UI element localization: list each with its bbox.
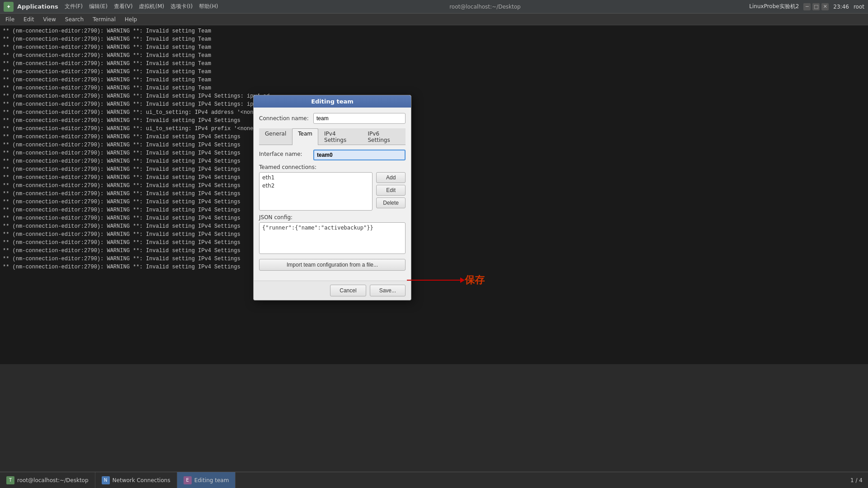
app-icon: ✦ — [4, 2, 14, 12]
term-line-14: ** (nm-connection-editor:2790): WARNING … — [3, 133, 865, 141]
save-button[interactable]: Save... — [370, 285, 406, 296]
topbar-menu: 文件(F) 编辑(E) 查看(V) 虚拟机(M) 选项卡(I) 帮助(H) — [62, 2, 221, 11]
add-button[interactable]: Add — [376, 172, 406, 183]
taskbar: T root@localhost:~/Desktop N Network Con… — [0, 472, 868, 488]
menu-tabs[interactable]: 选项卡(I) — [168, 2, 195, 11]
center-text: root@localhost:~/Desktop — [449, 4, 521, 10]
term-line-18: ** (nm-connection-editor:2790): WARNING … — [3, 165, 865, 174]
taskbar-network[interactable]: N Network Connections — [95, 472, 177, 488]
dialog-tabs: General Team IPv4 Settings IPv6 Settings — [259, 128, 406, 145]
term-line-12: ** (nm-connection-editor:2790): WARNING … — [3, 117, 865, 125]
term-line-25: ** (nm-connection-editor:2790): WARNING … — [3, 222, 865, 230]
term-line-2: ** (nm-connection-editor:2790): WARNING … — [3, 35, 865, 43]
taskbar-terminal-label: root@localhost:~/Desktop — [17, 477, 89, 483]
term-line-8: ** (nm-connection-editor:2790): WARNING … — [3, 84, 865, 92]
interface-name-row: Interface name: — [259, 150, 406, 160]
term-line-4: ** (nm-connection-editor:2790): WARNING … — [3, 52, 865, 60]
interface-name-input[interactable] — [313, 150, 406, 160]
time-display: 23:46 — [833, 4, 849, 10]
menu-file[interactable]: File — [2, 15, 18, 23]
connection-name-input[interactable] — [313, 113, 406, 124]
taskbar-editing[interactable]: E Editing team — [177, 472, 236, 488]
menu-help[interactable]: Help — [121, 15, 141, 23]
term-line-17: ** (nm-connection-editor:2790): WARNING … — [3, 157, 865, 165]
dialog-titlebar: Editing team — [254, 95, 411, 108]
term-line-3: ** (nm-connection-editor:2790): WARNING … — [3, 43, 865, 52]
edit-button[interactable]: Edit — [376, 185, 406, 196]
teamed-connections-label: Teamed connections: — [259, 164, 406, 170]
terminal-content: ** (nm-connection-editor:2790): WARNING … — [0, 25, 868, 364]
taskbar-editing-label: Editing team — [194, 477, 229, 483]
term-line-20: ** (nm-connection-editor:2790): WARNING … — [3, 182, 865, 190]
connection-eth1[interactable]: eth1 — [260, 174, 371, 182]
menu-view[interactable]: View — [39, 15, 59, 23]
minimize-btn[interactable]: ─ — [803, 3, 811, 10]
term-line-16: ** (nm-connection-editor:2790): WARNING … — [3, 149, 865, 157]
tab-ipv6[interactable]: IPv6 Settings — [362, 128, 406, 145]
menu-file[interactable]: 文件(F) — [62, 2, 85, 11]
term-line-9: ** (nm-connection-editor:2790): WARNING … — [3, 92, 865, 100]
dialog-footer: Cancel Save... — [254, 281, 411, 300]
connection-name-row: Connection name: — [259, 113, 406, 124]
term-line-15: ** (nm-connection-editor:2790): WARNING … — [3, 141, 865, 149]
dialog-title: Editing team — [311, 98, 354, 105]
taskbar-terminal[interactable]: T root@localhost:~/Desktop — [0, 472, 95, 488]
editing-icon: E — [184, 476, 192, 484]
menu-view[interactable]: 查看(V) — [111, 2, 136, 11]
json-config-textarea[interactable]: {"runner":{"name":"activebackup"}} — [259, 222, 406, 254]
menu-vm[interactable]: 虚拟机(M) — [136, 2, 167, 11]
menu-edit[interactable]: Edit — [20, 15, 38, 23]
cancel-button[interactable]: Cancel — [330, 285, 366, 296]
term-line-7: ** (nm-connection-editor:2790): WARNING … — [3, 76, 865, 84]
app-label: Applications — [17, 3, 58, 10]
term-line-11: ** (nm-connection-editor:2790): WARNING … — [3, 108, 865, 117]
connections-list: eth1 eth2 — [259, 172, 373, 211]
user-display: root — [854, 4, 864, 10]
taskbar-network-label: Network Connections — [113, 477, 170, 483]
menu-help[interactable]: 帮助(H) — [196, 2, 221, 11]
topbar: ✦ Applications 文件(F) 编辑(E) 查看(V) 虚拟机(M) … — [0, 0, 868, 14]
maximize-btn[interactable]: □ — [812, 3, 820, 10]
term-line-22: ** (nm-connection-editor:2790): WARNING … — [3, 198, 865, 206]
term-line-24: ** (nm-connection-editor:2790): WARNING … — [3, 214, 865, 222]
menu-terminal[interactable]: Terminal — [89, 15, 119, 23]
menu-edit[interactable]: 编辑(E) — [86, 2, 110, 11]
term-line-30: ** (nm-connection-editor:2790): WARNING … — [3, 263, 865, 271]
topbar-right: LinuxProbe实验机2 ─ □ ✕ 23:46 root — [749, 3, 864, 10]
term-line-19: ** (nm-connection-editor:2790): WARNING … — [3, 174, 865, 182]
term-line-27: ** (nm-connection-editor:2790): WARNING … — [3, 239, 865, 247]
term-line-21: ** (nm-connection-editor:2790): WARNING … — [3, 190, 865, 198]
terminal-icon: T — [6, 476, 14, 484]
menu-search[interactable]: Search — [61, 15, 87, 23]
connection-eth2[interactable]: eth2 — [260, 182, 371, 190]
close-btn[interactable]: ✕ — [821, 3, 829, 10]
network-icon: N — [102, 476, 110, 484]
term-line-26: ** (nm-connection-editor:2790): WARNING … — [3, 230, 865, 239]
term-line-23: ** (nm-connection-editor:2790): WARNING … — [3, 206, 865, 214]
interface-name-label: Interface name: — [259, 151, 313, 157]
topbar-center: root@localhost:~/Desktop — [449, 4, 521, 10]
term-line-29: ** (nm-connection-editor:2790): WARNING … — [3, 255, 865, 263]
tab-general[interactable]: General — [259, 128, 292, 145]
json-config-label: JSON config: — [259, 214, 406, 221]
term-line-13: ** (nm-connection-editor:2790): WARNING … — [3, 125, 865, 133]
menubar: File Edit View Search Terminal Help — [0, 14, 868, 25]
topbar-left: ✦ Applications 文件(F) 编辑(E) 查看(V) 虚拟机(M) … — [4, 2, 221, 12]
dialog-body: Connection name: General Team IPv4 Setti… — [254, 108, 411, 281]
term-line-10: ** (nm-connection-editor:2790): WARNING … — [3, 100, 865, 108]
term-line-6: ** (nm-connection-editor:2790): WARNING … — [3, 68, 865, 76]
taskbar-right: 1 / 4 — [845, 472, 868, 488]
tab-team[interactable]: Team — [292, 128, 318, 145]
window-controls: ─ □ ✕ — [803, 3, 829, 10]
term-line-28: ** (nm-connection-editor:2790): WARNING … — [3, 247, 865, 255]
connections-section: eth1 eth2 Add Edit Delete — [259, 172, 406, 211]
tab-ipv4[interactable]: IPv4 Settings — [318, 128, 362, 145]
machine-name: LinuxProbe实验机2 — [749, 3, 799, 10]
term-line-5: ** (nm-connection-editor:2790): WARNING … — [3, 60, 865, 68]
editing-dialog: Editing team Connection name: General Te… — [253, 95, 411, 300]
connection-name-label: Connection name: — [259, 115, 313, 122]
connections-buttons: Add Edit Delete — [376, 172, 406, 211]
page-indicator: 1 / 4 — [850, 477, 863, 483]
import-btn[interactable]: Import team configuration from a file... — [259, 259, 406, 271]
delete-button[interactable]: Delete — [376, 197, 406, 208]
